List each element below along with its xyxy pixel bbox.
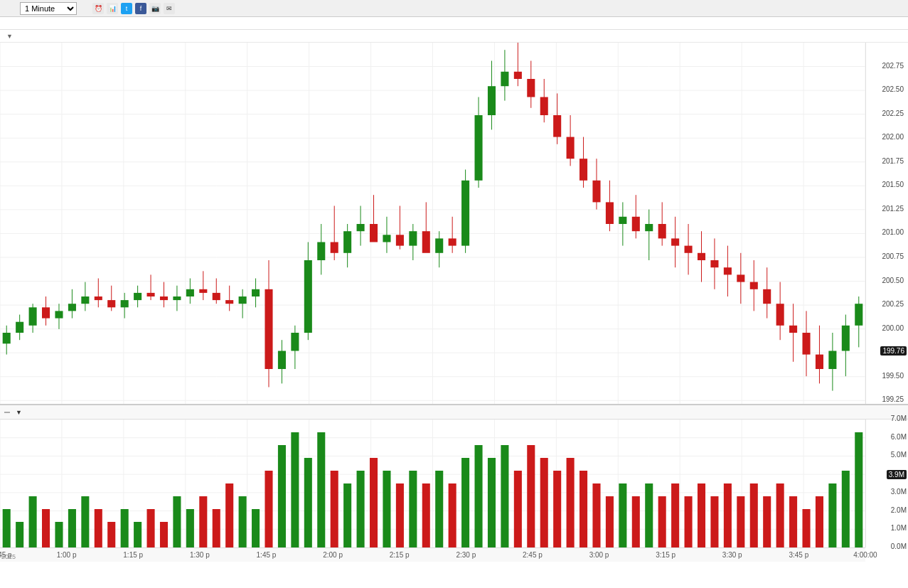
volume-tick-label: 0.0M bbox=[891, 542, 907, 550]
volume-header: ▼ bbox=[0, 405, 908, 419]
time-tick-label: 3:15 p bbox=[656, 551, 675, 559]
price-tick-label: 200.25 bbox=[882, 300, 907, 308]
chart-icon[interactable]: 📊 bbox=[107, 3, 118, 14]
price-tick-label: 200.75 bbox=[882, 252, 907, 260]
price-tick-label: 199.25 bbox=[882, 395, 907, 403]
envelope-icon[interactable]: ✉ bbox=[164, 3, 175, 14]
candlestick-canvas bbox=[0, 43, 865, 405]
price-tick-label: 201.50 bbox=[882, 181, 907, 188]
time-tick-label: 1:45 p bbox=[257, 551, 277, 559]
volume-tick-label: 2.0M bbox=[891, 506, 907, 514]
price-history-dropdown-arrow[interactable]: ▼ bbox=[6, 33, 13, 40]
time-tick-label: 1:30 p bbox=[190, 551, 210, 559]
time-tick-label: 2:15 p bbox=[390, 551, 410, 559]
price-tick-label: 202.75 bbox=[882, 62, 907, 70]
time-tick-label: 3:00 p bbox=[589, 551, 609, 559]
price-tick-label: 200.50 bbox=[882, 277, 907, 284]
time-tick-label: 2:00 p bbox=[323, 551, 343, 559]
price-tick-label: 202.50 bbox=[882, 85, 907, 93]
volume-tick-label: 5.0M bbox=[891, 451, 907, 459]
volume-dropdown-arrow[interactable]: ▼ bbox=[16, 409, 22, 416]
volume-axis: 7.0M6.0M5.0M4.0M3.0M2.0M1.0M0.0M3.9M bbox=[865, 419, 908, 547]
price-tick-label: 200.00 bbox=[882, 324, 907, 332]
main-chart-area bbox=[0, 43, 865, 404]
volume-chart-area bbox=[0, 419, 865, 547]
social-icons-group: ⏰ 📊 t f 📷 ✉ bbox=[92, 3, 175, 14]
price-tick-label: 202.25 bbox=[882, 109, 907, 117]
price-tick-label: 202.00 bbox=[882, 133, 907, 141]
time-tick-label: 2:30 p bbox=[456, 551, 476, 559]
volume-tick-label: 6.0M bbox=[891, 433, 907, 441]
volume-tick-label: 3.0M bbox=[891, 488, 907, 496]
main-chart: 202.75202.50202.25202.00201.75201.50201.… bbox=[0, 43, 908, 405]
price-history-label-bar: ▼ bbox=[0, 30, 908, 43]
price-tick-label: 201.25 bbox=[882, 205, 907, 213]
current-volume-label: 3.9M bbox=[887, 470, 907, 479]
subtitle-bar bbox=[0, 17, 908, 30]
time-tick-label: 1:00 p bbox=[57, 551, 77, 559]
time-axis: 12:45 p1:00 p1:15 p1:30 p1:45 p2:00 p2:1… bbox=[0, 547, 865, 562]
price-axis: 202.75202.50202.25202.00201.75201.50201.… bbox=[865, 43, 908, 404]
time-tick-label: 3:45 p bbox=[789, 551, 808, 559]
volume-panel: ▼ 7.0M6.0M5.0M4.0M3.0M2.0M1.0M0.0M3.9M 1… bbox=[0, 405, 908, 562]
volume-canvas bbox=[0, 419, 865, 547]
volume-close-button[interactable] bbox=[4, 412, 10, 413]
camera-icon[interactable]: 📷 bbox=[149, 3, 161, 14]
twitter-icon[interactable]: t bbox=[121, 3, 132, 14]
volume-tick-label: 1.0M bbox=[891, 524, 907, 532]
time-tick-label: 4:00:00 bbox=[853, 551, 877, 559]
alarm-icon[interactable]: ⏰ bbox=[92, 3, 104, 14]
current-price-label: 199.76 bbox=[880, 346, 907, 356]
settings-button[interactable] bbox=[82, 8, 87, 9]
chart-date-label: 2015 bbox=[1, 553, 16, 560]
price-tick-label: 199.50 bbox=[882, 372, 907, 380]
interval-select[interactable]: 1 Minute 5 Minutes 15 Minutes 1 Hour 1 D… bbox=[20, 2, 77, 15]
toolbar: 1 Minute 5 Minutes 15 Minutes 1 Hour 1 D… bbox=[0, 0, 908, 17]
volume-tick-label: 7.0M bbox=[891, 415, 907, 422]
time-tick-label: 1:15 p bbox=[123, 551, 143, 559]
time-tick-label: 2:45 p bbox=[523, 551, 543, 559]
price-tick-label: 201.00 bbox=[882, 228, 907, 236]
add-indicator-button[interactable] bbox=[10, 8, 14, 9]
time-tick-label: 3:30 p bbox=[722, 551, 742, 559]
price-tick-label: 201.75 bbox=[882, 157, 907, 165]
chart-container: 202.75202.50202.25202.00201.75201.50201.… bbox=[0, 43, 908, 562]
facebook-icon[interactable]: f bbox=[135, 3, 146, 14]
